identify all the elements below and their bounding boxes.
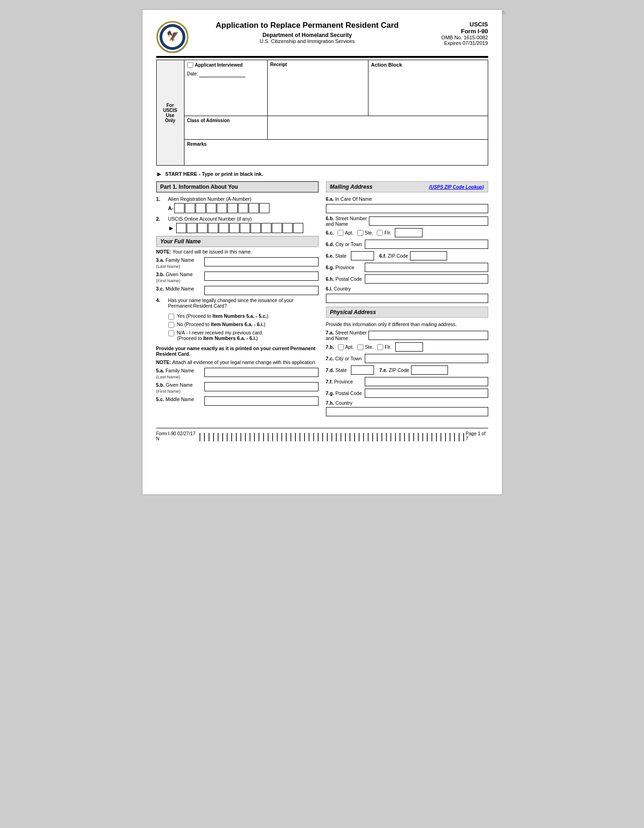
class-admission-cell: Class of Admission: [184, 116, 268, 139]
item-3b: 3.b. Given Name (First Name): [156, 272, 319, 284]
online-box-5[interactable]: [219, 223, 229, 233]
family-name-5a-input[interactable]: [204, 368, 319, 377]
middle-name-5c-input[interactable]: [204, 396, 319, 406]
mailing-address-heading: Mailing Address (USPS ZIP Code Lookup): [326, 181, 488, 192]
online-box-8[interactable]: [251, 223, 261, 233]
attach-note: NOTE: Attach all evidence of your legal …: [156, 359, 319, 365]
phys-state-input[interactable]: [351, 365, 374, 375]
online-box-3[interactable]: [197, 223, 208, 233]
a-box-3[interactable]: [196, 203, 206, 213]
header: 🦅 Application to Replace Permanent Resid…: [156, 21, 488, 53]
item-7de: 7.d. State 7.e. ZIP Code: [326, 365, 488, 375]
a-box-9[interactable]: [259, 203, 270, 213]
phys-apt-number-input[interactable]: [395, 342, 423, 352]
option-na-checkbox[interactable]: [168, 330, 174, 336]
item-7a: 7.a. Street Number and Name: [326, 330, 488, 341]
phys-province-input[interactable]: [365, 377, 488, 386]
omb-number: OMB No. 1615-0082: [419, 35, 488, 40]
province-input[interactable]: [365, 263, 488, 272]
online-box-2[interactable]: [187, 223, 197, 233]
phys-ste-checkbox[interactable]: [357, 344, 363, 350]
a-box-1[interactable]: [174, 203, 184, 213]
given-name-5b-input[interactable]: [204, 382, 319, 391]
phys-postal-input[interactable]: [365, 389, 488, 398]
form-title: Application to Replace Permanent Residen…: [196, 21, 419, 30]
zip-code-input[interactable]: [410, 251, 447, 260]
date-input[interactable]: [199, 70, 245, 77]
phys-city-input[interactable]: [365, 354, 488, 363]
online-box-7[interactable]: [240, 223, 250, 233]
expires: Expires 07/31/2019: [419, 40, 488, 46]
city-town-input[interactable]: [365, 240, 488, 249]
uscis-label: ForUSCISUseOnly: [157, 60, 184, 165]
online-box-4[interactable]: [208, 223, 218, 233]
a-box-5[interactable]: [217, 203, 227, 213]
family-name-input[interactable]: [204, 257, 319, 266]
phys-country-input[interactable]: [326, 407, 488, 416]
online-box-1[interactable]: [176, 223, 186, 233]
online-box-9[interactable]: [261, 223, 271, 233]
usps-link[interactable]: (USPS ZIP Code Lookup): [429, 185, 484, 190]
online-box-11[interactable]: [282, 223, 293, 233]
online-box-12[interactable]: [293, 223, 303, 233]
item-6b: 6.b. Street Number and Name: [326, 216, 488, 227]
street-number-input[interactable]: [369, 216, 488, 226]
a-box-7[interactable]: [238, 203, 248, 213]
item-6i-input-row: [326, 294, 488, 303]
action-block-cell: Action Block: [368, 60, 488, 116]
uscis-logo: 🦅: [156, 21, 189, 53]
class-admission-label: Class of Admission: [187, 118, 264, 123]
given-name-input[interactable]: [204, 272, 319, 281]
option-no-checkbox[interactable]: [168, 322, 174, 328]
online-box-10[interactable]: [272, 223, 282, 233]
middle-name-input[interactable]: [204, 286, 319, 295]
date-field-row: Date:: [187, 70, 264, 77]
left-column: Part 1. Information About You 1. Alien R…: [156, 181, 319, 419]
in-care-of-input[interactable]: [326, 204, 488, 213]
postal-code-input[interactable]: [365, 274, 488, 284]
flr-checkbox[interactable]: [377, 230, 383, 236]
uscis-content: Applicant Interviewed Date: Receipt Acti…: [184, 60, 488, 165]
apt-checkbox[interactable]: [337, 230, 343, 236]
state-input[interactable]: [351, 251, 374, 260]
name-note: NOTE: Your card will be issued in this n…: [156, 249, 319, 254]
receipt-label: Receipt: [270, 62, 365, 67]
applicant-cell: Applicant Interviewed Date:: [184, 60, 268, 116]
a-number-row: A-: [168, 203, 319, 213]
item-7h-input-row: [326, 407, 488, 416]
form-number: Form I-90: [419, 28, 488, 35]
item-6g: 6.g. Province: [326, 263, 488, 272]
item-6ef: 6.e. State 6.f. ZIP Code: [326, 251, 488, 260]
applicant-interviewed-checkbox[interactable]: [187, 62, 193, 68]
a-box-2[interactable]: [185, 203, 195, 213]
online-box-6[interactable]: [229, 223, 239, 233]
country-input[interactable]: [326, 294, 488, 303]
option-yes-row: Yes (Proceed to Item Numbers 5.a. - 5.c.…: [168, 313, 319, 320]
ste-checkbox[interactable]: [357, 230, 363, 236]
footer: Form I-90 02/27/17 N |||||||||||||||||||…: [156, 428, 488, 441]
phys-zip-input[interactable]: [411, 365, 448, 375]
item-7c: 7.c. City or Town: [326, 354, 488, 363]
barcode: ||||||||||||||||||||||||||||||||||||||||…: [197, 432, 466, 441]
option-na-row: N/A - I never received my previous card.…: [168, 330, 319, 341]
a-box-8[interactable]: [249, 203, 259, 213]
provide-name-note: Provide your name exactly as it is print…: [156, 346, 319, 357]
item-6h: 6.h. Postal Code: [326, 274, 488, 284]
phys-flr-checkbox[interactable]: [377, 344, 383, 350]
online-boxes: [176, 223, 303, 233]
a-box-6[interactable]: [227, 203, 238, 213]
main-page: 🦅 Application to Replace Permanent Resid…: [142, 9, 503, 495]
phys-apt-checkbox[interactable]: [338, 344, 344, 350]
a-boxes: [174, 203, 270, 213]
option-yes-checkbox[interactable]: [168, 314, 174, 320]
header-right: USCIS Form I-90 OMB No. 1615-0082 Expire…: [419, 21, 488, 46]
item-6a: 6.a. In Care Of Name: [326, 196, 488, 202]
apt-number-input[interactable]: [395, 228, 423, 237]
right-column: Mailing Address (USPS ZIP Code Lookup) 6…: [326, 181, 488, 419]
item-6i: 6.i. Country: [326, 286, 488, 291]
a-box-4[interactable]: [206, 203, 216, 213]
option-no-row: No (Proceed to Item Numbers 6.a. - 6.i.): [168, 321, 319, 328]
physical-address-note: Provide this information only if differe…: [326, 321, 488, 327]
phys-street-input[interactable]: [368, 331, 488, 340]
header-center: Application to Replace Permanent Residen…: [196, 21, 419, 44]
